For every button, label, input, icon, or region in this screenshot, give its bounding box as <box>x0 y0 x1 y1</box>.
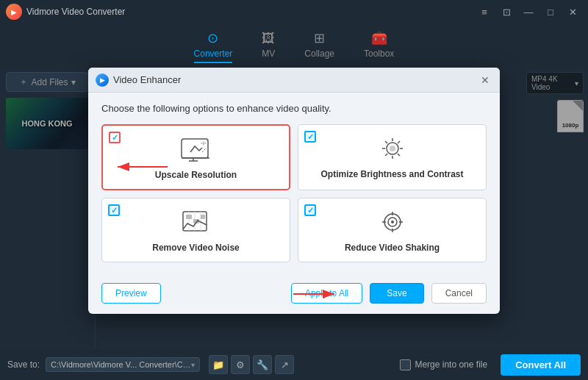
nav-mv[interactable]: 🖼 MV <box>262 31 275 63</box>
title-bar-left: ▶ Vidmore Video Converter <box>6 4 125 20</box>
title-bar: ▶ Vidmore Video Converter ≡ ⊡ — □ ✕ <box>0 0 588 24</box>
cancel-button[interactable]: Cancel <box>431 283 487 304</box>
dialog-close-button[interactable]: ✕ <box>478 73 492 87</box>
merge-check-area: Merge into one file <box>400 359 487 370</box>
dialog-actions: Preview Apply to All Save <box>88 283 500 314</box>
dialog-title-bar: ▶ Video Enhancer ✕ <box>88 68 500 93</box>
share-icon-button[interactable]: ↗ <box>275 355 294 374</box>
svg-point-15 <box>390 146 395 151</box>
save-path-text: C:\Vidmore\Vidmore V... Converter\Conver… <box>51 360 191 369</box>
nav-toolbox-label: Toolbox <box>364 49 394 59</box>
toolbox-icon: 🧰 <box>371 30 387 46</box>
nav-collage-label: Collage <box>304 49 334 59</box>
dialog-title-left: ▶ Video Enhancer <box>96 74 181 87</box>
menu-button[interactable]: ≡ <box>475 4 494 20</box>
svg-point-25 <box>391 221 394 223</box>
brightness-label: Optimize Brightness and Contrast <box>320 169 463 179</box>
dialog-title: Video Enhancer <box>113 74 181 85</box>
dialog-body: Choose the following options to enhance … <box>88 93 500 283</box>
svg-line-14 <box>385 154 387 156</box>
save-to-label: Save to: <box>7 359 40 370</box>
option-stabilize[interactable]: ✓ <box>298 198 487 262</box>
converter-icon: ⊙ <box>207 30 218 46</box>
apply-all-button[interactable]: Apply to All <box>291 283 362 304</box>
svg-rect-22 <box>201 215 205 219</box>
collage-icon: ⊞ <box>314 30 325 46</box>
svg-rect-20 <box>186 215 192 219</box>
close-button[interactable]: ✕ <box>563 4 582 20</box>
title-bar-controls: ≡ ⊡ — □ ✕ <box>475 4 582 20</box>
upscale-label: Upscale Resolution <box>155 170 237 180</box>
noise-checkbox[interactable]: ✓ <box>108 204 120 216</box>
dialog-icon: ▶ <box>96 74 109 87</box>
merge-label: Merge into one file <box>415 359 487 370</box>
nav-toolbox[interactable]: 🧰 Toolbox <box>364 30 394 63</box>
convert-all-button[interactable]: Convert All <box>501 354 581 376</box>
app-icon: ▶ <box>6 4 22 20</box>
merge-checkbox[interactable] <box>400 359 411 370</box>
noise-icon-area <box>177 207 215 237</box>
app-title: Vidmore Video Converter <box>26 7 125 17</box>
preview-button[interactable]: Preview <box>101 283 161 304</box>
brightness-icon-area <box>373 134 412 163</box>
svg-line-13 <box>398 141 400 143</box>
svg-rect-0 <box>182 139 208 158</box>
stabilize-icon-area <box>373 207 412 237</box>
dialog-overlay: ▶ Video Enhancer ✕ Choose the following … <box>0 66 588 349</box>
svg-line-11 <box>385 141 387 143</box>
save-path-input[interactable]: C:\Vidmore\Vidmore V... Converter\Conver… <box>46 357 200 372</box>
maximize-button[interactable]: □ <box>541 4 560 20</box>
stabilize-label: Reduce Video Shaking <box>345 243 440 253</box>
resize-button[interactable]: ⊡ <box>497 4 516 20</box>
settings-icon-button[interactable]: ⚙ <box>231 355 250 374</box>
nav-collage[interactable]: ⊞ Collage <box>304 30 334 63</box>
mv-icon: 🖼 <box>262 31 275 46</box>
upscale-icon-area <box>177 135 215 164</box>
save-btn-container: Save <box>370 283 423 304</box>
upscale-checkbox[interactable]: ✓ <box>109 132 121 143</box>
tools-icon-button[interactable]: 🔧 <box>253 355 272 374</box>
option-upscale[interactable]: ✓ <box>101 124 290 190</box>
bottom-icons: 📁 ⚙ 🔧 ↗ <box>209 355 294 374</box>
noise-label: Remove Video Noise <box>152 243 240 253</box>
option-brightness[interactable]: ✓ <box>298 124 487 190</box>
bottom-bar: Save to: C:\Vidmore\Vidmore V... Convert… <box>0 349 588 380</box>
video-enhancer-dialog: ▶ Video Enhancer ✕ Choose the following … <box>88 68 500 314</box>
stabilize-checkbox[interactable]: ✓ <box>304 204 316 216</box>
nav-mv-label: MV <box>262 49 275 59</box>
nav-converter[interactable]: ⊙ Converter <box>194 30 233 63</box>
nav-converter-label: Converter <box>194 49 233 59</box>
main-area: ＋ Add Files ▾ HONG KONG ▶ Video Enhancer… <box>0 66 588 349</box>
nav-bar: ⊙ Converter 🖼 MV ⊞ Collage 🧰 Toolbox <box>0 24 588 66</box>
folder-icon-button[interactable]: 📁 <box>209 355 228 374</box>
save-button[interactable]: Save <box>370 283 423 304</box>
minimize-button[interactable]: — <box>519 4 538 20</box>
dialog-subtitle: Choose the following options to enhance … <box>101 103 487 114</box>
path-dropdown-icon: ▾ <box>191 361 195 369</box>
svg-line-12 <box>398 154 400 156</box>
option-noise[interactable]: ✓ <box>101 198 290 262</box>
brightness-checkbox[interactable]: ✓ <box>304 131 316 143</box>
option-grid: ✓ <box>101 124 487 262</box>
